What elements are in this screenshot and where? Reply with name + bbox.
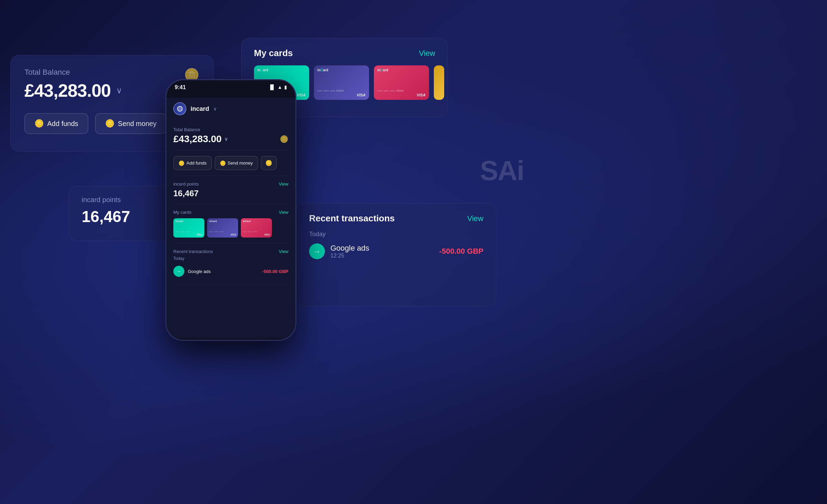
phone-time: 9:41 bbox=[175, 84, 186, 91]
phone-cards-section: My cards View inCard •••• •••• •••• VISA… bbox=[173, 204, 288, 243]
phone-add-funds-btn[interactable]: 🪙 Add funds bbox=[173, 156, 212, 170]
phone-balance-row: £43,283.00 ∨ 🪙 bbox=[173, 134, 288, 145]
card-brand-teal: VISA bbox=[297, 93, 306, 97]
phone-card-purple[interactable]: inCard •••• •••• •••• VISA bbox=[207, 218, 238, 238]
add-funds-label: Add funds bbox=[47, 120, 78, 128]
today-label: Today bbox=[309, 231, 483, 238]
transaction-item: → Google ads 12:25 -500.00 GBP bbox=[309, 243, 483, 259]
transaction-time: 12:25 bbox=[330, 253, 434, 259]
send-money-label: Send money bbox=[118, 120, 156, 128]
card-name-purple: inCard bbox=[317, 68, 328, 72]
phone-send-money-label: Send money bbox=[228, 160, 253, 166]
phone-tx-amount: -500.00 GBP bbox=[262, 269, 288, 274]
phone-card-red-dots: •••• •••• •••• bbox=[243, 231, 258, 233]
phone-card-purple-dots: •••• •••• •••• bbox=[209, 231, 224, 233]
phone-app-header: incard ∨ bbox=[166, 97, 295, 120]
phone-card-red-name: inCard bbox=[243, 220, 251, 222]
transactions-view-link[interactable]: View bbox=[467, 214, 483, 223]
phone-balance-amount: £43,283.00 ∨ bbox=[173, 134, 228, 145]
phone-outer: 9:41 ▐▌ ▲ ▮ incard ∨ Total Balance bbox=[165, 79, 296, 341]
phone-tx-details: Google ads bbox=[188, 269, 259, 274]
my-cards-header: My cards View bbox=[254, 48, 435, 59]
phone-transactions-view[interactable]: View bbox=[279, 249, 288, 254]
phone-tx-name: Google ads bbox=[188, 269, 259, 274]
my-cards-title: My cards bbox=[254, 48, 293, 59]
card-name-red: inCard bbox=[377, 68, 388, 72]
phone-card-red-visa: VISA bbox=[264, 233, 270, 236]
app-chevron-icon[interactable]: ∨ bbox=[213, 106, 217, 112]
app-logo bbox=[173, 102, 186, 115]
card-brand-red: VISA bbox=[417, 93, 426, 97]
phone-card-teal-name: inCard bbox=[175, 220, 183, 222]
card-name-teal: inCard bbox=[257, 68, 268, 72]
balance-chevron-icon[interactable]: ∨ bbox=[116, 86, 122, 95]
sai-badge: SAi bbox=[480, 155, 524, 187]
phone-balance-label: Total Balance bbox=[173, 127, 288, 132]
transaction-name: Google ads bbox=[330, 244, 434, 253]
wifi-icon: ▲ bbox=[277, 84, 282, 90]
phone-mockup: 9:41 ▐▌ ▲ ▮ incard ∨ Total Balance bbox=[165, 79, 296, 341]
transaction-details: Google ads 12:25 bbox=[330, 244, 434, 259]
transaction-amount: -500.00 GBP bbox=[439, 247, 483, 256]
transactions-card: Recent transactions View Today → Google … bbox=[296, 203, 496, 306]
add-funds-icon: 🪙 bbox=[34, 119, 44, 128]
card-number-purple: •••• •••• •••• 0000 bbox=[317, 89, 344, 92]
phone-tx-arrow-icon: → bbox=[173, 266, 184, 277]
battery-icon: ▮ bbox=[284, 84, 287, 90]
add-funds-button[interactable]: 🪙 Add funds bbox=[24, 113, 88, 134]
phone-cards-label: My cards bbox=[173, 210, 192, 215]
credit-card-purple[interactable]: inCard •••• •••• •••• 0000 VISA bbox=[314, 65, 369, 100]
phone-cards-view[interactable]: View bbox=[279, 210, 288, 215]
phone-status-icons: ▐▌ ▲ ▮ bbox=[268, 84, 287, 90]
phone-points-label: incard points bbox=[173, 181, 199, 187]
phone-add-funds-icon: 🪙 bbox=[178, 160, 184, 166]
phone-send-money-icon: 🪙 bbox=[220, 160, 226, 166]
phone-add-funds-label: Add funds bbox=[186, 160, 207, 166]
phone-cards-header: My cards View bbox=[173, 210, 288, 215]
transaction-arrow-icon: → bbox=[309, 243, 325, 259]
card-number-red: •••• •••• •••• 0000 bbox=[377, 89, 404, 92]
phone-card-purple-name: inCard bbox=[209, 220, 217, 222]
phone-scroll: Total Balance £43,283.00 ∨ 🪙 🪙 Add funds bbox=[166, 120, 295, 338]
phone-cards-row: inCard •••• •••• •••• VISA inCard •••• •… bbox=[173, 218, 288, 238]
transactions-header: Recent transactions View bbox=[309, 213, 483, 224]
phone-points-view[interactable]: View bbox=[279, 181, 288, 187]
phone-card-teal-dots: •••• •••• •••• bbox=[175, 231, 190, 233]
phone-coins-icon: 🪙 bbox=[280, 135, 288, 143]
phone-card-teal[interactable]: inCard •••• •••• •••• VISA bbox=[173, 218, 204, 238]
phone-balance-chevron[interactable]: ∨ bbox=[224, 136, 228, 142]
app-logo-inner bbox=[177, 106, 183, 112]
phone-actions: 🪙 Add funds 🪙 Send money 🪙 bbox=[173, 150, 288, 176]
phone-balance-section: Total Balance £43,283.00 ∨ 🪙 bbox=[173, 120, 288, 150]
phone-transactions-header: Recent transactions View bbox=[173, 249, 288, 254]
phone-notch bbox=[208, 80, 253, 91]
phone-points-section: incard points View 16,467 bbox=[173, 176, 288, 204]
phone-extra-btn[interactable]: 🪙 bbox=[261, 156, 277, 170]
phone-points-header: incard points View bbox=[173, 181, 288, 187]
phone-tx-item: → Google ads -500.00 GBP bbox=[173, 263, 288, 280]
phone-today: Today bbox=[173, 256, 288, 261]
card-brand-purple: VISA bbox=[357, 93, 366, 97]
phone-extra-icon: 🪙 bbox=[265, 160, 272, 166]
phone-card-purple-visa: VISA bbox=[231, 233, 236, 236]
app-brand-name: incard bbox=[191, 105, 209, 113]
my-cards-view-link[interactable]: View bbox=[419, 49, 435, 58]
phone-card-teal-visa: VISA bbox=[197, 233, 202, 236]
sai-text: SAi bbox=[480, 155, 524, 186]
send-money-icon: 🪙 bbox=[105, 119, 114, 128]
balance-amount: £43,283.00 bbox=[24, 80, 111, 101]
phone-transactions-section: Recent transactions View Today → Google … bbox=[173, 243, 288, 285]
phone-content: incard ∨ Total Balance £43,283.00 ∨ 🪙 bbox=[166, 97, 295, 340]
balance-label: Total Balance bbox=[24, 68, 200, 77]
phone-points-value: 16,467 bbox=[173, 189, 288, 198]
send-money-button[interactable]: 🪙 Send money bbox=[95, 113, 166, 134]
phone-send-money-btn[interactable]: 🪙 Send money bbox=[215, 156, 258, 170]
phone-card-red[interactable]: inCard •••• •••• •••• VISA bbox=[241, 218, 272, 238]
signal-icon: ▐▌ bbox=[268, 84, 275, 90]
credit-card-gold bbox=[434, 65, 444, 100]
phone-transactions-label: Recent transactions bbox=[173, 249, 213, 254]
transactions-title: Recent transactions bbox=[309, 213, 395, 224]
credit-card-red[interactable]: inCard •••• •••• •••• 0000 VISA bbox=[374, 65, 429, 100]
